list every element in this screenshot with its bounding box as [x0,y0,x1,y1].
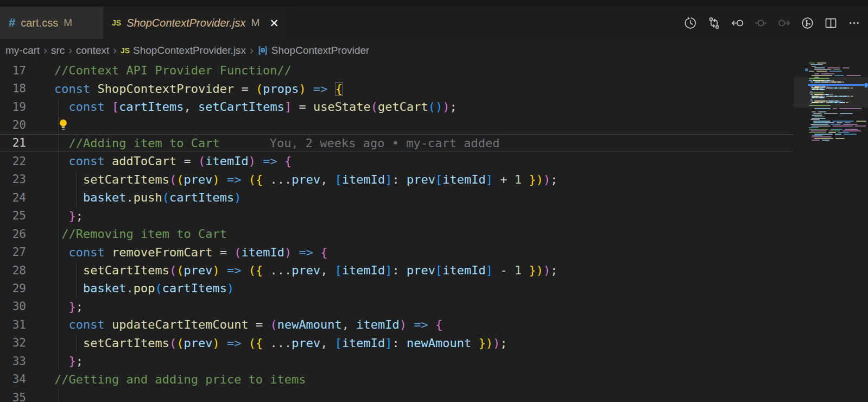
code-line-34[interactable]: 34//Getting and adding price to items [0,370,794,388]
minimap-line [809,80,812,81]
token: ; [76,209,83,223]
minimap-line [843,96,847,97]
line-number[interactable]: 34 [0,373,26,386]
token: => [227,173,242,186]
code-line-26[interactable]: 26//Removing item to Cart [0,225,794,243]
token [220,336,227,350]
token: itemId [342,173,385,186]
lightbulb-icon[interactable] [59,119,68,134]
line-number[interactable]: 25 [0,209,26,222]
token: ) [400,318,407,331]
token: props [263,82,299,96]
token [90,82,97,96]
minimap-line [822,140,829,141]
breadcrumb-item-file[interactable]: JS ShopContextProvider.jsx [121,45,246,56]
line-number[interactable]: 18 [0,82,26,95]
code-line-25[interactable]: 25}; [0,207,794,225]
minimap-line [823,102,823,103]
token: itemId [342,336,385,350]
line-number[interactable]: 27 [0,246,26,259]
line-number[interactable]: 20 [0,118,26,131]
minimap-line [816,71,827,72]
next-change-icon[interactable] [774,14,794,32]
code-line-24[interactable]: 24basket.push(cartItems) [0,189,794,206]
token: ( [428,100,435,114]
token: //Removing item to Cart [61,227,227,241]
token: ; [550,263,557,277]
minimap-line [831,129,842,130]
token: , [320,336,335,350]
breadcrumb-item-my-cart[interactable]: my-cart [5,45,40,56]
close-tab-icon[interactable]: ✕ [269,17,279,29]
minimap-line [843,124,858,125]
code-line-18[interactable]: 18const ShopContextProvider = (props) =>… [0,79,794,97]
breadcrumb-label: ShopContextProvider.jsx [133,45,246,56]
code-line-32[interactable]: 32setCartItems((prev) => ({ ...prev, [it… [0,334,794,352]
minimap-line [835,100,839,102]
token [306,82,313,96]
code-line-19[interactable]: 19const [cartItems, setCartItems] = useS… [0,98,794,116]
minimap-line [810,100,814,102]
code-line-30[interactable]: 30}; [0,298,794,316]
code-line-20[interactable]: 20 [0,116,794,134]
tab-shopcontextprovider-jsx[interactable]: JS ShopContextProvider.jsx M ✕ [103,7,288,39]
code-line-35[interactable]: 35 [0,388,794,402]
code-line-28[interactable]: 28setCartItems((prev) => ({ ...prev, [it… [0,261,794,279]
line-number[interactable]: 17 [0,64,26,77]
split-editor-icon[interactable] [821,14,840,32]
minimap-line [848,102,848,103]
code-line-31[interactable]: 31const updateCartItemCount = (newAmount… [0,316,794,334]
more-actions-icon[interactable] [844,14,864,32]
tab-cart-css[interactable]: # cart.css M [0,7,103,39]
code-text: //Removing item to Cart [54,227,227,241]
token: ( [198,154,205,168]
code-editor[interactable]: 17//Context API Provider Function//18con… [0,61,868,402]
token: . [126,191,133,204]
minimap-line [838,132,849,133]
breadcrumb-item-src[interactable]: src [51,45,65,56]
editor-actions [681,7,864,39]
line-number[interactable]: 19 [0,100,26,114]
line-number[interactable]: 21 [0,136,26,149]
line-number[interactable]: 33 [0,355,26,368]
code-line-23[interactable]: 23setCartItems((prev) => ({ ...prev, [it… [0,171,794,189]
minimap-line [837,81,841,83]
line-number[interactable]: 28 [0,264,26,277]
line-number[interactable]: 29 [0,282,26,295]
compare-changes-icon[interactable] [704,14,724,32]
minimap-line [833,69,840,70]
minimap-line [812,97,815,98]
line-number[interactable]: 26 [0,228,26,241]
breadcrumb-item-context[interactable]: context [76,45,109,56]
timeline-icon[interactable] [681,14,700,32]
indent-guide [58,388,59,402]
code-line-22[interactable]: 22const addToCart = (itemId) => { [0,152,794,170]
token: , [320,173,335,186]
token: cartItems [119,100,183,114]
breadcrumb-separator-icon: › [68,44,72,56]
token: ) [212,336,219,350]
line-number[interactable]: 23 [0,173,26,186]
code-line-29[interactable]: 29basket.pop(cartItems) [0,279,794,297]
code-line-33[interactable]: 33}; [0,352,794,370]
code-line-21[interactable]: 21//Adding item to CartYou, 2 weeks ago … [0,134,794,152]
line-number[interactable]: 24 [0,191,26,204]
minimap[interactable] [794,61,868,402]
token: => [227,263,242,277]
indent-guide [58,189,59,206]
line-number[interactable]: 31 [0,318,26,331]
git-graph-icon[interactable] [797,14,817,32]
code-line-17[interactable]: 17//Context API Provider Function// [0,61,794,79]
breadcrumb-item-symbol[interactable]: ShopContextProvider [257,45,370,56]
line-number[interactable]: 30 [0,300,26,313]
line-number[interactable]: 32 [0,336,26,349]
token: prev [407,173,435,186]
token: itemId [442,263,485,277]
code-line-27[interactable]: 27const removeFromCart = (itemId) => { [0,243,794,261]
previous-change-icon[interactable] [727,14,747,32]
line-number[interactable]: 35 [0,391,26,402]
line-number[interactable]: 22 [0,155,26,168]
minimap-line [844,81,844,83]
change-indicator-icon[interactable] [751,14,770,32]
breadcrumb-label: context [76,45,109,56]
